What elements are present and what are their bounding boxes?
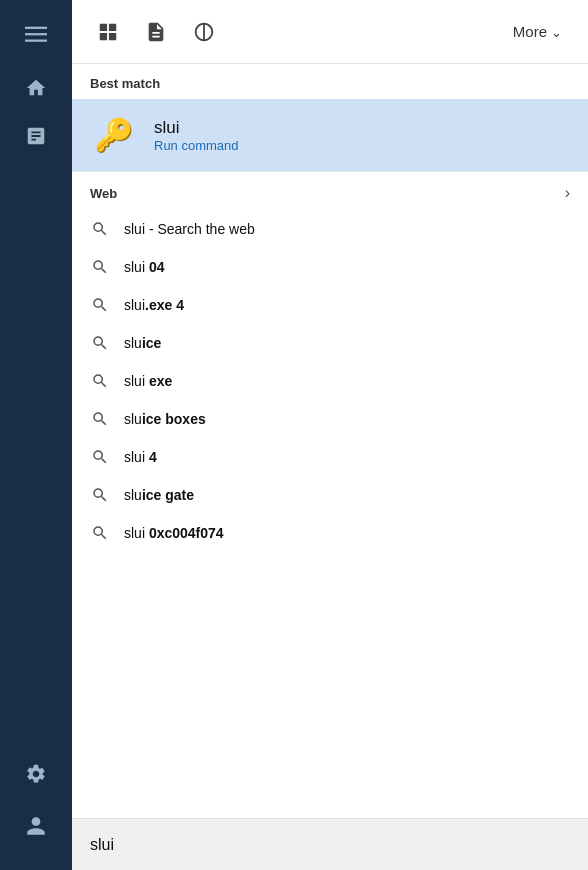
web-item-text: slui 04 [124,259,164,275]
chevron-right-icon[interactable]: › [565,184,570,202]
best-match-info: slui Run command [154,118,239,153]
best-match-subtitle: Run command [154,138,239,153]
search-icon [90,485,110,505]
hamburger-icon[interactable] [14,12,58,56]
toolbar: More ⌄ [72,0,588,64]
search-icon [90,371,110,391]
web-item-sluice-gate[interactable]: sluice gate [72,476,588,514]
best-match-title: slui [154,118,239,138]
search-input[interactable] [90,836,570,854]
documents-icon[interactable] [14,114,58,158]
main-panel: More ⌄ Best match 🔑 slui Run command Web… [72,0,588,870]
document-icon[interactable] [136,12,176,52]
search-icon [90,295,110,315]
best-match-header: Best match [72,64,588,99]
web-item-text: sluice gate [124,487,194,503]
search-icon [90,219,110,239]
globe-icon[interactable] [184,12,224,52]
web-item-text: slui.exe 4 [124,297,184,313]
search-bar [72,818,588,870]
web-item-slui-exe-4[interactable]: slui.exe 4 [72,286,588,324]
svg-rect-2 [25,40,47,42]
search-icon [90,409,110,429]
best-match-item[interactable]: 🔑 slui Run command [72,99,588,171]
web-item-text: sluice [124,335,161,351]
web-section-title: Web [90,186,117,201]
web-item-slui04[interactable]: slui 04 [72,248,588,286]
more-button[interactable]: More ⌄ [503,17,572,46]
web-item-sluice-boxes[interactable]: sluice boxes [72,400,588,438]
web-item-text: sluice boxes [124,411,206,427]
more-label: More [513,23,547,40]
web-section-header: Web › [72,171,588,210]
web-item-text: slui 0xc004f074 [124,525,224,541]
web-item-sluice[interactable]: sluice [72,324,588,362]
user-icon[interactable] [14,804,58,848]
web-item-slui-exe[interactable]: slui exe [72,362,588,400]
svg-rect-0 [25,27,47,29]
web-item-slui-4[interactable]: slui 4 [72,438,588,476]
search-icon [90,257,110,277]
grid-view-icon[interactable] [88,12,128,52]
web-item-text: slui 4 [124,449,157,465]
search-icon [90,447,110,467]
chevron-down-icon: ⌄ [551,25,562,40]
search-results: Best match 🔑 slui Run command Web › slui… [72,64,588,818]
web-item-text: slui - Search the web [124,221,255,237]
search-icon [90,333,110,353]
home-icon[interactable] [14,66,58,110]
settings-icon[interactable] [14,752,58,796]
search-icon [90,523,110,543]
svg-rect-1 [25,33,47,35]
web-item-search[interactable]: slui - Search the web [72,210,588,248]
web-item-slui-0xc004f074[interactable]: slui 0xc004f074 [72,514,588,552]
slui-icon: 🔑 [90,111,138,159]
sidebar [0,0,72,870]
web-item-text: slui exe [124,373,172,389]
